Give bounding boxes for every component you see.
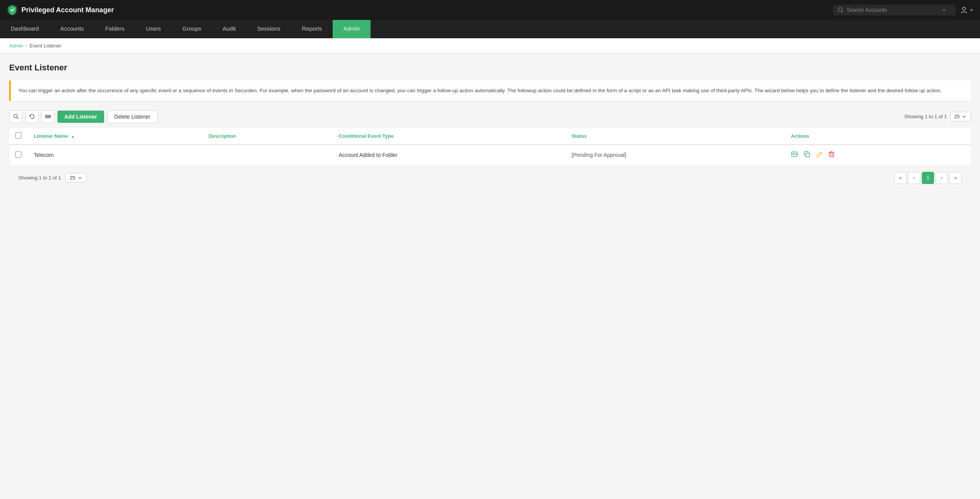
per-page-value: 25: [954, 114, 960, 119]
svg-line-5: [17, 117, 18, 119]
breadcrumb-parent[interactable]: Admin: [9, 43, 23, 49]
search-area[interactable]: [833, 5, 956, 15]
search-toolbar-icon: [13, 114, 19, 119]
row-checkbox[interactable]: [15, 152, 21, 158]
table-body: Telecom Account Added to Folder [Pending…: [9, 145, 971, 166]
col-listener-name[interactable]: Listener Name ▲: [28, 128, 203, 145]
row-listener-name: Telecom: [28, 145, 203, 166]
svg-point-3: [962, 7, 965, 10]
user-dropdown-icon: [969, 8, 974, 12]
svg-line-2: [842, 11, 843, 12]
nav-item-reports[interactable]: Reports: [291, 20, 333, 38]
row-description: [203, 145, 333, 166]
svg-rect-14: [806, 153, 810, 157]
col-conditional-event-type[interactable]: Conditional Event Type: [333, 128, 566, 145]
current-page-button[interactable]: 1: [922, 172, 934, 184]
pagination: « ‹ 1 › »: [894, 172, 962, 184]
next-page-button[interactable]: ›: [936, 172, 948, 184]
breadcrumb: Admin › Event Listener: [0, 38, 980, 54]
nav-item-folders[interactable]: Folders: [95, 20, 135, 38]
table-row: Telecom Account Added to Folder [Pending…: [9, 145, 971, 166]
svg-rect-7: [47, 115, 49, 118]
toolbar: Add Listener Delete Listener Showing 1 t…: [9, 110, 971, 123]
app-logo: Privileged Account Manager: [6, 4, 833, 16]
page-title: Event Listener: [9, 63, 971, 73]
footer-per-page-value: 25: [70, 175, 75, 181]
nav-item-admin[interactable]: Admin: [333, 20, 371, 38]
main-content: Event Listener You can trigger an action…: [0, 54, 980, 496]
add-listener-button[interactable]: Add Listener: [57, 111, 104, 123]
select-all-header[interactable]: [9, 128, 28, 145]
refresh-icon: [29, 114, 35, 119]
per-page-dropdown-icon: [962, 114, 967, 119]
svg-rect-8: [49, 115, 51, 118]
table-container: Listener Name ▲ Description Conditional …: [9, 128, 971, 166]
search-input[interactable]: [847, 7, 939, 13]
edit-icon[interactable]: [815, 150, 823, 160]
showing-text: Showing 1 to 1 of 1: [904, 114, 947, 119]
footer-showing-text: Showing 1 to 1 of 1: [18, 175, 61, 181]
nav-item-dashboard[interactable]: Dashboard: [0, 20, 49, 38]
sort-icon-listener-name: ▲: [71, 134, 75, 139]
header: Privileged Account Manager: [0, 0, 980, 20]
first-page-button[interactable]: «: [894, 172, 906, 184]
user-icon: [960, 6, 968, 14]
nav-item-accounts[interactable]: Accounts: [49, 20, 95, 38]
row-status: [Pending For Approval]: [565, 145, 785, 166]
nav-item-users[interactable]: Users: [135, 20, 172, 38]
row-conditional-event-type: Account Added to Folder: [333, 145, 566, 166]
row-actions: [785, 145, 971, 166]
breadcrumb-separator: ›: [26, 43, 27, 49]
col-description[interactable]: Description: [203, 128, 333, 145]
columns-icon: [45, 114, 51, 119]
per-page-selector[interactable]: 25: [950, 112, 971, 121]
nav-item-audit[interactable]: Audit: [212, 20, 247, 38]
footer-per-page-dropdown-icon: [78, 176, 82, 180]
app-title: Privileged Account Manager: [21, 6, 114, 14]
search-dropdown-icon[interactable]: [942, 8, 946, 12]
logo-icon: [6, 4, 18, 16]
info-text: You can trigger an action after the occu…: [18, 88, 942, 93]
svg-rect-6: [46, 115, 47, 118]
svg-line-15: [820, 153, 821, 154]
main-nav: Dashboard Accounts Folders Users Groups …: [0, 20, 980, 38]
last-page-button[interactable]: »: [949, 172, 962, 184]
user-menu[interactable]: [960, 6, 974, 14]
nav-item-groups[interactable]: Groups: [172, 20, 212, 38]
footer-per-page-selector[interactable]: 25: [65, 173, 86, 183]
columns-button[interactable]: [41, 110, 54, 123]
col-actions: Actions: [785, 128, 971, 145]
select-all-checkbox[interactable]: [15, 132, 21, 139]
col-status[interactable]: Status: [565, 128, 785, 145]
info-box: You can trigger an action after the occu…: [9, 80, 971, 101]
delete-listener-button[interactable]: Delete Listener: [107, 110, 158, 123]
refresh-button[interactable]: [25, 110, 38, 123]
search-icon: [838, 7, 844, 13]
prev-page-button[interactable]: ‹: [908, 172, 920, 184]
copy-icon[interactable]: [803, 150, 811, 160]
breadcrumb-current: Event Listener: [29, 43, 61, 49]
view-icon[interactable]: [791, 150, 799, 160]
listeners-table: Listener Name ▲ Description Conditional …: [9, 128, 971, 166]
row-checkbox-cell[interactable]: [9, 145, 28, 166]
search-button[interactable]: [9, 110, 22, 123]
nav-item-sessions[interactable]: Sessions: [247, 20, 291, 38]
delete-icon[interactable]: [828, 150, 835, 160]
action-icons: [791, 150, 965, 160]
footer: Showing 1 to 1 of 1 25 « ‹ 1 › »: [9, 166, 971, 190]
table-header: Listener Name ▲ Description Conditional …: [9, 128, 971, 145]
